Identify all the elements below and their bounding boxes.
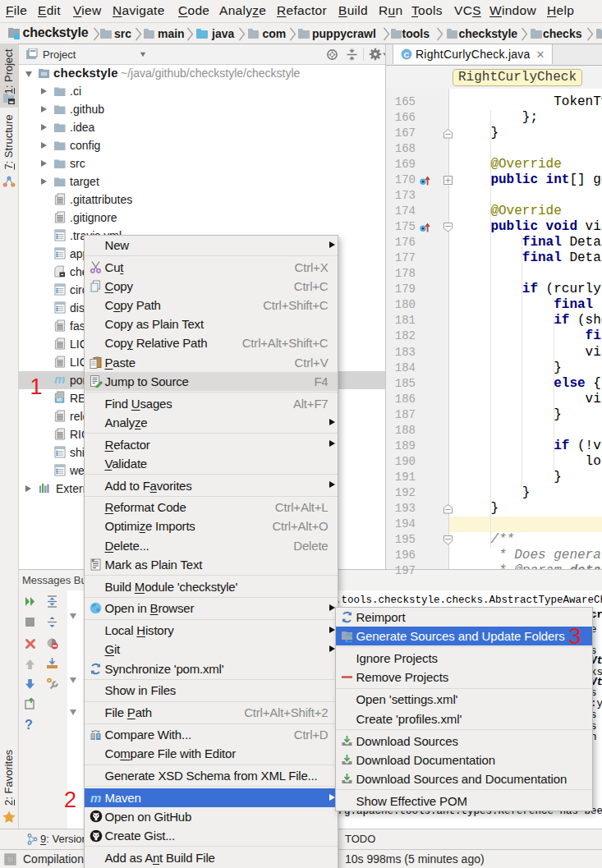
svg-text:C: C — [404, 50, 410, 59]
svg-text:MD: MD — [57, 398, 63, 402]
